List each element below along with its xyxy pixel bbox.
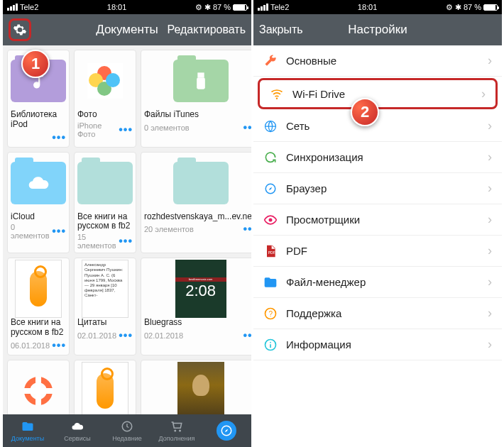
nav-bar: Документы Редактировать (3, 14, 251, 45)
callout-1: 1 (21, 50, 50, 78)
row-eye[interactable]: Просмотрщики› (253, 204, 502, 236)
svg-point-12 (270, 341, 271, 343)
info-icon (263, 338, 278, 352)
more-icon[interactable]: ••• (119, 235, 133, 248)
row-wifi[interactable]: Wi-Fi Drive› (258, 78, 498, 109)
tile-sub: 0 элементов (11, 223, 52, 240)
settings-list: Основные›Wi-Fi Drive›Сеть›Синхронизация›… (253, 45, 502, 360)
folder-icon (263, 275, 278, 289)
tile[interactable]: Все книги на русском в fb206.01.2018••• (7, 258, 70, 355)
tile-name: Фото (77, 110, 133, 120)
sync-icon (263, 150, 278, 165)
close-button[interactable]: Закрыть (259, 23, 303, 36)
svg-rect-0 (197, 72, 204, 77)
row-label: PDF (286, 245, 307, 257)
tile-sub: 02.01.2018 (77, 331, 116, 340)
svg-rect-13 (270, 344, 271, 348)
tile[interactable]: iCloud0 элементов••• (7, 152, 70, 254)
row-label: Информация (286, 338, 351, 351)
chevron-right-icon: › (488, 306, 492, 321)
svg-point-7 (269, 218, 273, 221)
more-icon[interactable]: ••• (243, 223, 251, 236)
more-icon[interactable]: ••• (119, 123, 133, 136)
gear-icon (13, 23, 27, 37)
tile[interactable]: Александр Сергеевич Пушкин: Пушкин А. С.… (74, 258, 136, 355)
more-icon[interactable]: ••• (52, 131, 66, 144)
row-info[interactable]: Информация› (253, 329, 502, 360)
chevron-right-icon: › (488, 212, 492, 227)
row-label: Браузер (286, 182, 327, 194)
tile[interactable]: ••• (74, 360, 136, 414)
nav-bar: Закрыть Настройки (253, 14, 502, 45)
chevron-right-icon: › (481, 87, 486, 101)
help-icon: ? (263, 307, 278, 321)
chevron-right-icon: › (488, 243, 492, 258)
row-label: Сеть (286, 120, 309, 132)
more-icon[interactable]: ••• (243, 121, 251, 134)
tile-name: Bluegrass (144, 318, 251, 328)
tile[interactable]: ••• (7, 360, 70, 414)
tile-sub: 20 элементов (144, 225, 194, 233)
tab-label: Документы (11, 435, 44, 442)
row-label: Синхронизация (286, 151, 363, 163)
tab-label: Недавние (112, 435, 141, 442)
tile-sub: 06.01.2018 (11, 341, 50, 350)
documents-grid[interactable]: Библиотека iPod•••ФотоiPhone Фото•••Файл… (3, 45, 251, 414)
compass-icon (217, 421, 236, 441)
tile-name: rozhdestvenskaya_m...ev.net) (144, 212, 251, 222)
row-label: Файл-менеджер (286, 276, 366, 288)
settings-button[interactable] (9, 18, 31, 41)
row-label: Поддержка (286, 307, 341, 319)
row-sync[interactable]: Синхронизация› (253, 142, 502, 173)
tile[interactable]: bestfreemusic.com2:08Bluegrass02.01.2018… (141, 258, 251, 355)
tab-label: Дополнения (159, 435, 195, 442)
row-folder[interactable]: Файл-менеджер› (253, 267, 502, 298)
svg-text:PDF: PDF (268, 250, 275, 255)
eye-icon (263, 213, 278, 227)
tile[interactable]: Все книги на русском в fb215 элементов••… (74, 152, 136, 254)
more-icon[interactable]: ••• (52, 225, 66, 238)
row-compass[interactable]: Браузер› (253, 173, 502, 204)
row-help[interactable]: ?Поддержка› (253, 298, 502, 329)
cloud-icon (70, 420, 85, 434)
tile[interactable]: ФотоiPhone Фото••• (74, 50, 136, 148)
tile-name: Файлы iTunes (144, 110, 251, 120)
row-label: Основные (286, 55, 336, 67)
tab-folder[interactable]: Документы (3, 414, 53, 447)
tab-clock[interactable]: Недавние (102, 414, 152, 447)
tile-name: Библиотека iPod (11, 110, 66, 130)
tab-bar: ДокументыСервисыНедавниеДополнения (3, 414, 251, 447)
folder-icon (20, 420, 35, 434)
chevron-right-icon: › (488, 53, 492, 68)
tile-name: iCloud (11, 212, 66, 222)
status-time: 18:01 (38, 3, 195, 11)
cart-icon (169, 420, 185, 434)
tile[interactable]: ••• (141, 360, 251, 414)
tile-name: Все книги на русском в fb2 (11, 318, 66, 338)
wifi-icon (270, 87, 284, 101)
chevron-right-icon: › (488, 181, 492, 196)
tile[interactable]: Файлы iTunes0 элементов••• (141, 50, 251, 148)
row-label: Просмотрщики (286, 214, 360, 226)
row-wrench[interactable]: Основные› (253, 45, 502, 77)
more-icon[interactable]: ••• (243, 329, 251, 342)
chevron-right-icon: › (488, 118, 492, 133)
more-icon[interactable]: ••• (119, 329, 133, 342)
status-bar: Tele2 18:01 ⚙︎ ✱87 % (253, 0, 502, 14)
tile-sub: 02.01.2018 (144, 331, 183, 340)
globe-icon (263, 119, 278, 133)
svg-rect-1 (197, 77, 205, 89)
svg-point-4 (276, 97, 278, 99)
more-icon[interactable]: ••• (52, 339, 66, 352)
pdf-icon: PDF (263, 244, 278, 258)
tab-cart[interactable]: Дополнения (152, 414, 202, 447)
tab-compass[interactable] (202, 414, 251, 447)
callout-2: 2 (351, 98, 379, 126)
tile[interactable]: rozhdestvenskaya_m...ev.net)20 элементов… (141, 152, 251, 254)
row-pdf[interactable]: PDFPDF› (253, 236, 502, 267)
tile-sub: iPhone Фото (77, 121, 119, 138)
chevron-right-icon: › (488, 337, 492, 352)
tile-sub: 15 элементов (77, 233, 119, 250)
tab-cloud[interactable]: Сервисы (53, 414, 102, 447)
edit-button[interactable]: Редактировать (167, 23, 246, 36)
